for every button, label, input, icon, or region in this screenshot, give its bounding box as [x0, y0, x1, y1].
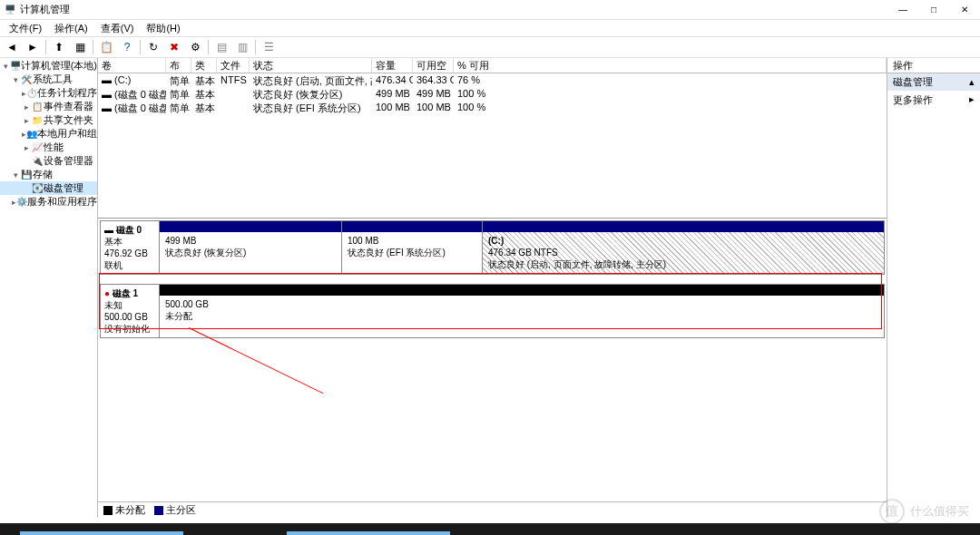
tree-systools[interactable]: ▾🛠️系统工具: [0, 73, 97, 86]
col-status[interactable]: 状态: [250, 58, 372, 73]
volume-row[interactable]: ▬ (磁盘 0 磁盘分区 1) 简单 基本 状态良好 (恢复分区) 499 MB…: [98, 87, 887, 101]
col-type[interactable]: 类型: [191, 58, 217, 73]
tree-shared[interactable]: ▸📁共享文件夹: [0, 113, 97, 127]
col-cap[interactable]: 容量: [372, 58, 413, 73]
col-pct[interactable]: % 可用: [454, 58, 887, 73]
legend-primary-swatch: [154, 506, 163, 515]
disk-row-0[interactable]: ▬ 磁盘 0 基本 476.92 GB 联机 499 MB 状态良好 (恢复分区…: [100, 220, 885, 275]
volume-header: 卷 布局 类型 文件系统 状态 容量 可用空间 % 可用: [98, 58, 887, 73]
disk0-partition-c[interactable]: (C:) 476.34 GB NTFS 状态良好 (启动, 页面文件, 故障转储…: [482, 221, 884, 274]
menubar: 文件(F) 操作(A) 查看(V) 帮助(H): [0, 20, 980, 36]
help-button[interactable]: ?: [117, 38, 137, 56]
col-free[interactable]: 可用空间: [413, 58, 454, 73]
sidebar: ▾🖥️计算机管理(本地) ▾🛠️系统工具 ▸⏱️任务计划程序 ▸📋事件查看器 ▸…: [0, 58, 98, 518]
titlebar: 🖥️ 计算机管理 — □ ✕: [0, 0, 980, 20]
list-view-button[interactable]: ☰: [259, 38, 279, 56]
drive-icon: ▬: [102, 89, 112, 100]
menu-action[interactable]: 操作(A): [49, 22, 93, 35]
volume-list: ▬ (C:) 简单 基本 NTFS 状态良好 (启动, 页面文件, 故障转储, …: [98, 73, 887, 219]
menu-file[interactable]: 文件(F): [4, 22, 47, 35]
view-bottom-button[interactable]: ▥: [232, 38, 252, 56]
delete-button[interactable]: ✖: [164, 38, 184, 56]
close-button[interactable]: ✕: [949, 0, 980, 20]
actions-more[interactable]: 更多操作 ▸: [887, 91, 980, 110]
drive-icon: ▬: [102, 74, 112, 85]
taskbar: [0, 523, 980, 535]
disk0-partition-2[interactable]: 100 MB 状态良好 (EFI 系统分区): [341, 221, 482, 274]
volume-row[interactable]: ▬ (C:) 简单 基本 NTFS 状态良好 (启动, 页面文件, 故障转储, …: [98, 73, 887, 87]
tree-services[interactable]: ▸⚙️服务和应用程序: [0, 195, 97, 209]
drive-icon: ▬: [102, 102, 112, 113]
actions-pane: 操作 磁盘管理 ▴ 更多操作 ▸: [887, 58, 980, 518]
main-area: ▾🖥️计算机管理(本地) ▾🛠️系统工具 ▸⏱️任务计划程序 ▸📋事件查看器 ▸…: [0, 58, 980, 518]
col-fs[interactable]: 文件系统: [217, 58, 250, 73]
legend-unalloc-swatch: [103, 506, 113, 515]
col-layout[interactable]: 布局: [166, 58, 191, 73]
tree-perf[interactable]: ▸📈性能: [0, 141, 97, 154]
back-button[interactable]: ◄: [2, 38, 22, 56]
legend: 未分配 主分区: [98, 501, 887, 518]
tree-tasksched[interactable]: ▸⏱️任务计划程序: [0, 86, 97, 100]
actions-subhead: 磁盘管理 ▴: [887, 73, 980, 91]
tree-devmgr[interactable]: 🔌设备管理器: [0, 154, 97, 168]
volume-row[interactable]: ▬ (磁盘 0 磁盘分区 2) 简单 基本 状态良好 (EFI 系统分区) 10…: [98, 101, 887, 114]
tree-eventvwr[interactable]: ▸📋事件查看器: [0, 100, 97, 113]
disk-graphical-view: ▬ 磁盘 0 基本 476.92 GB 联机 499 MB 状态良好 (恢复分区…: [98, 219, 887, 501]
toolbar: ◄ ► ⬆ ▦ 📋 ? ↻ ✖ ⚙ ▤ ▥ ☰: [0, 36, 980, 58]
refresh-button[interactable]: ↻: [143, 38, 163, 56]
actions-title: 操作: [887, 58, 980, 73]
disk1-unallocated[interactable]: 500.00 GB 未分配: [160, 285, 884, 337]
maximize-button[interactable]: □: [918, 0, 949, 20]
settings-button[interactable]: ⚙: [185, 38, 205, 56]
properties-button[interactable]: 📋: [96, 38, 116, 56]
col-volume[interactable]: 卷: [98, 58, 166, 73]
tree-diskmgmt[interactable]: 💽磁盘管理: [0, 181, 97, 195]
menu-help[interactable]: 帮助(H): [141, 22, 185, 35]
center-pane: 卷 布局 类型 文件系统 状态 容量 可用空间 % 可用 ▬ (C:) 简单 基…: [98, 58, 887, 518]
disk1-info: ● 磁盘 1 未知 500.00 GB 没有初始化: [101, 285, 160, 337]
disk-row-1[interactable]: ● 磁盘 1 未知 500.00 GB 没有初始化 500.00 GB 未分配: [100, 284, 885, 338]
app-icon: 🖥️: [4, 4, 16, 16]
chevron-right-icon: ▸: [969, 93, 975, 107]
minimize-button[interactable]: —: [887, 0, 918, 20]
show-hide-button[interactable]: ▦: [70, 38, 90, 56]
tree-root[interactable]: ▾🖥️计算机管理(本地): [0, 59, 97, 73]
forward-button[interactable]: ►: [23, 38, 43, 56]
collapse-icon[interactable]: ▴: [969, 76, 975, 88]
tree-storage[interactable]: ▾💾存储: [0, 168, 97, 181]
menu-view[interactable]: 查看(V): [95, 22, 140, 35]
window-title: 计算机管理: [20, 3, 887, 16]
up-button[interactable]: ⬆: [49, 38, 69, 56]
view-top-button[interactable]: ▤: [211, 38, 231, 56]
disk0-info: ▬ 磁盘 0 基本 476.92 GB 联机: [101, 221, 160, 274]
tree-users[interactable]: ▸👥本地用户和组: [0, 127, 97, 141]
disk0-partition-1[interactable]: 499 MB 状态良好 (恢复分区): [160, 221, 341, 274]
